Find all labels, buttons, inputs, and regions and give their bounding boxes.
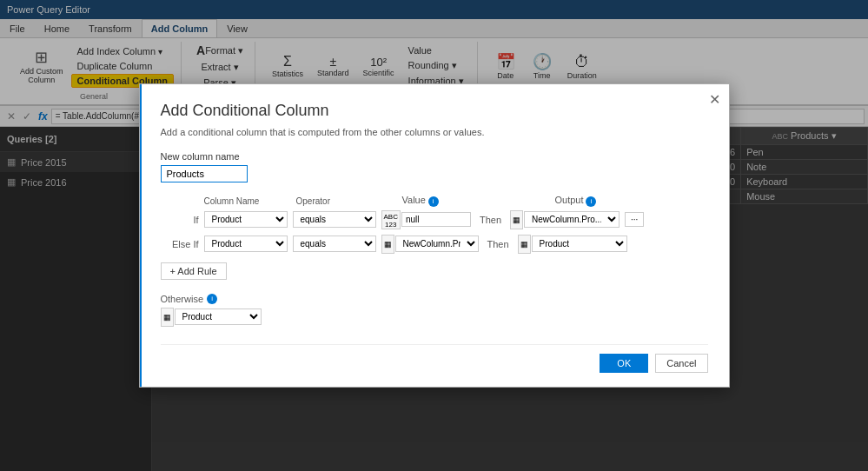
- header-output: Output i: [555, 195, 668, 207]
- new-column-name-label: New column name: [161, 151, 708, 162]
- else-if-output-type-button[interactable]: ▦: [518, 235, 531, 254]
- modal-close-button[interactable]: ✕: [709, 91, 720, 108]
- if-label: If: [161, 215, 199, 225]
- else-if-then-label: Then: [487, 239, 509, 249]
- else-if-condition-row: Else If Product equals ▦ NewColumn.Pro..…: [161, 235, 708, 254]
- cancel-button[interactable]: Cancel: [655, 354, 707, 373]
- else-if-value-select[interactable]: NewColumn.Pro...: [395, 236, 479, 252]
- if-operator-select[interactable]: equals: [293, 211, 376, 228]
- if-condition-row: If Product equals ABC123 Then ▦ NewColum…: [161, 210, 708, 229]
- if-output-select[interactable]: NewColumn.Pro...: [524, 211, 620, 228]
- otherwise-value-type: ▦ Product: [161, 308, 708, 327]
- otherwise-info-icon[interactable]: i: [207, 294, 217, 304]
- header-operator: Operator: [296, 196, 380, 206]
- else-if-label: Else If: [161, 239, 199, 249]
- else-if-value-type: ▦ NewColumn.Pro...: [381, 235, 479, 254]
- if-value-type-select: ABC123: [381, 210, 471, 229]
- if-column-select[interactable]: Product: [204, 211, 288, 228]
- if-value-input[interactable]: [401, 212, 471, 227]
- otherwise-label: Otherwise i: [161, 294, 708, 304]
- modal-subtitle: Add a conditional column that is compute…: [161, 127, 708, 137]
- if-dots-button[interactable]: ···: [625, 212, 644, 227]
- modal-left-accent: [140, 84, 142, 387]
- modal-footer: OK Cancel: [161, 344, 708, 373]
- else-if-value-type-button[interactable]: ▦: [381, 235, 394, 254]
- header-column-name: Column Name: [204, 196, 291, 206]
- add-rule-button[interactable]: + Add Rule: [161, 262, 227, 280]
- modal-overlay: ✕ Add Conditional Column Add a condition…: [0, 0, 868, 471]
- else-if-column-select[interactable]: Product: [204, 236, 288, 252]
- otherwise-value-select[interactable]: Product: [175, 308, 262, 325]
- else-if-output-type: ▦ Product: [518, 235, 627, 254]
- header-value: Value i: [402, 195, 498, 207]
- else-if-operator-select[interactable]: equals: [293, 236, 376, 252]
- otherwise-section: Otherwise i ▦ Product: [161, 294, 708, 327]
- new-column-name-input[interactable]: [161, 165, 248, 182]
- ok-button[interactable]: OK: [600, 354, 648, 373]
- if-output-type: ▦ NewColumn.Pro...: [510, 210, 620, 229]
- if-output-type-button[interactable]: ▦: [510, 210, 523, 229]
- else-if-output-select[interactable]: Product: [532, 236, 627, 252]
- if-value-type-button[interactable]: ABC123: [381, 210, 401, 229]
- modal-title: Add Conditional Column: [161, 102, 708, 120]
- otherwise-type-button[interactable]: ▦: [161, 308, 174, 327]
- add-conditional-column-modal: ✕ Add Conditional Column Add a condition…: [139, 83, 730, 388]
- value-info-icon[interactable]: i: [428, 196, 439, 207]
- output-info-icon[interactable]: i: [586, 196, 596, 207]
- if-then-label: Then: [480, 215, 501, 225]
- condition-headers: Column Name Operator Value i Output i: [161, 195, 708, 207]
